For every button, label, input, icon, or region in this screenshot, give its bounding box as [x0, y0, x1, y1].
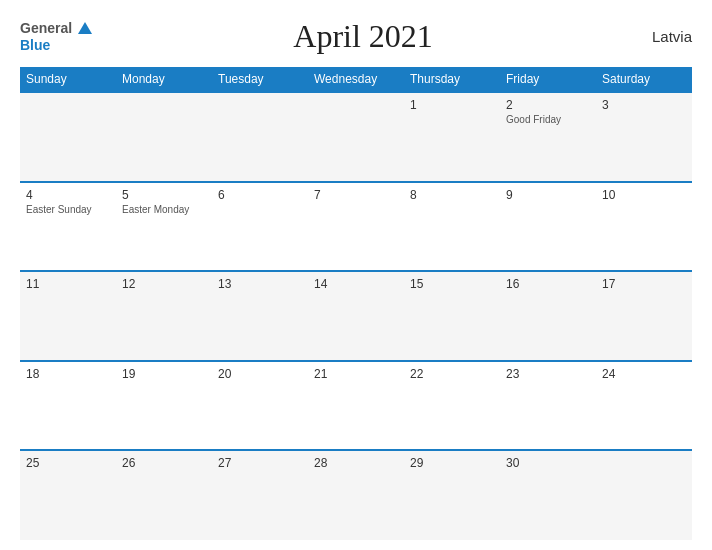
- day-number: 1: [410, 98, 494, 112]
- day-number: 30: [506, 456, 590, 470]
- calendar-cell: 15: [404, 271, 500, 361]
- calendar-cell: 10: [596, 182, 692, 272]
- day-number: 25: [26, 456, 110, 470]
- calendar-cell: 18: [20, 361, 116, 451]
- calendar-cell: 4Easter Sunday: [20, 182, 116, 272]
- header-monday: Monday: [116, 67, 212, 92]
- calendar-cell: 13: [212, 271, 308, 361]
- day-number: 24: [602, 367, 686, 381]
- calendar-cell: 22: [404, 361, 500, 451]
- calendar-cell: 16: [500, 271, 596, 361]
- day-number: 15: [410, 277, 494, 291]
- header-thursday: Thursday: [404, 67, 500, 92]
- day-number: 4: [26, 188, 110, 202]
- svg-marker-0: [78, 22, 92, 34]
- calendar-cell: 20: [212, 361, 308, 451]
- day-number: 9: [506, 188, 590, 202]
- header-sunday: Sunday: [20, 67, 116, 92]
- day-number: 21: [314, 367, 398, 381]
- day-number: 6: [218, 188, 302, 202]
- calendar-cell: 6: [212, 182, 308, 272]
- calendar-week-row: 11121314151617: [20, 271, 692, 361]
- day-event: Easter Monday: [122, 204, 206, 215]
- calendar-cell: 23: [500, 361, 596, 451]
- calendar-week-row: 4Easter Sunday5Easter Monday678910: [20, 182, 692, 272]
- country-label: Latvia: [632, 28, 692, 45]
- day-number: 16: [506, 277, 590, 291]
- calendar-cell: [308, 92, 404, 182]
- day-number: 20: [218, 367, 302, 381]
- calendar-cell: 14: [308, 271, 404, 361]
- header-wednesday: Wednesday: [308, 67, 404, 92]
- calendar-cell: 29: [404, 450, 500, 540]
- calendar-cell: 9: [500, 182, 596, 272]
- calendar-wrapper: General Blue April 2021 Latvia Sunday Mo…: [0, 0, 712, 550]
- calendar-cell: 1: [404, 92, 500, 182]
- day-number: 12: [122, 277, 206, 291]
- weekday-header-row: Sunday Monday Tuesday Wednesday Thursday…: [20, 67, 692, 92]
- day-number: 5: [122, 188, 206, 202]
- calendar-table: Sunday Monday Tuesday Wednesday Thursday…: [20, 67, 692, 540]
- calendar-cell: 28: [308, 450, 404, 540]
- header-saturday: Saturday: [596, 67, 692, 92]
- calendar-cell: 8: [404, 182, 500, 272]
- calendar-cell: 27: [212, 450, 308, 540]
- calendar-week-row: 252627282930: [20, 450, 692, 540]
- calendar-cell: [596, 450, 692, 540]
- calendar-cell: 25: [20, 450, 116, 540]
- day-number: 10: [602, 188, 686, 202]
- calendar-cell: 12: [116, 271, 212, 361]
- calendar-week-row: 12Good Friday3: [20, 92, 692, 182]
- calendar-cell: [20, 92, 116, 182]
- logo-icon: [76, 20, 94, 38]
- calendar-cell: 21: [308, 361, 404, 451]
- calendar-cell: 17: [596, 271, 692, 361]
- calendar-cell: 24: [596, 361, 692, 451]
- calendar-cell: 26: [116, 450, 212, 540]
- header: General Blue April 2021 Latvia: [20, 18, 692, 55]
- day-number: 14: [314, 277, 398, 291]
- calendar-cell: 2Good Friday: [500, 92, 596, 182]
- day-event: Easter Sunday: [26, 204, 110, 215]
- logo-text-blue: Blue: [20, 38, 94, 53]
- day-event: Good Friday: [506, 114, 590, 125]
- day-number: 29: [410, 456, 494, 470]
- day-number: 8: [410, 188, 494, 202]
- day-number: 2: [506, 98, 590, 112]
- day-number: 13: [218, 277, 302, 291]
- calendar-cell: 11: [20, 271, 116, 361]
- day-number: 7: [314, 188, 398, 202]
- day-number: 22: [410, 367, 494, 381]
- calendar-week-row: 18192021222324: [20, 361, 692, 451]
- header-friday: Friday: [500, 67, 596, 92]
- day-number: 27: [218, 456, 302, 470]
- day-number: 3: [602, 98, 686, 112]
- calendar-cell: 3: [596, 92, 692, 182]
- day-number: 28: [314, 456, 398, 470]
- calendar-cell: 30: [500, 450, 596, 540]
- logo: General Blue: [20, 20, 94, 53]
- calendar-cell: [116, 92, 212, 182]
- calendar-cell: 7: [308, 182, 404, 272]
- month-title: April 2021: [94, 18, 632, 55]
- calendar-cell: 5Easter Monday: [116, 182, 212, 272]
- day-number: 23: [506, 367, 590, 381]
- day-number: 11: [26, 277, 110, 291]
- day-number: 18: [26, 367, 110, 381]
- calendar-cell: [212, 92, 308, 182]
- logo-text-general: General: [20, 21, 72, 36]
- day-number: 26: [122, 456, 206, 470]
- calendar-cell: 19: [116, 361, 212, 451]
- day-number: 19: [122, 367, 206, 381]
- day-number: 17: [602, 277, 686, 291]
- header-tuesday: Tuesday: [212, 67, 308, 92]
